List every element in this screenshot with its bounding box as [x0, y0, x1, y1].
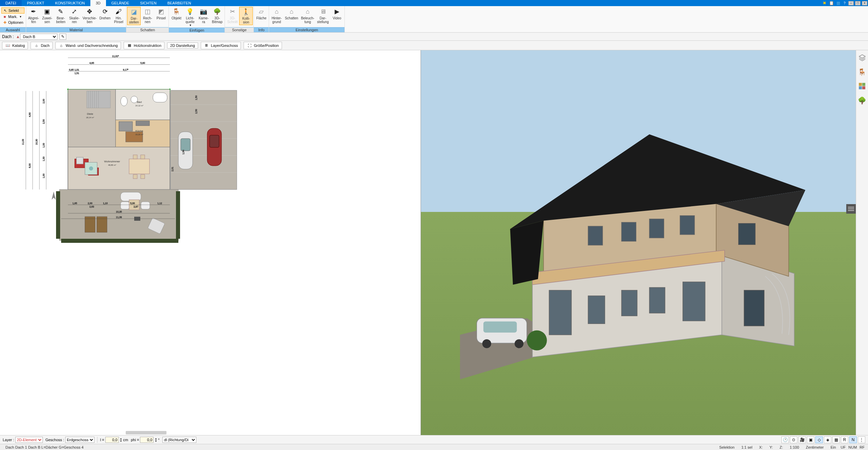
svg-rect-126 — [859, 83, 862, 86]
close-button[interactable]: × — [862, 1, 867, 5]
panel-pull-handle[interactable] — [846, 204, 856, 214]
furniture-tool[interactable]: 🪑 — [858, 68, 866, 76]
phi-down[interactable]: ▼ — [155, 440, 157, 442]
svg-point-105 — [515, 339, 524, 348]
hinpinsel-button[interactable]: 🖌Hin. Pinsel — [112, 7, 125, 24]
bulb-icon: 💡 — [186, 7, 194, 16]
clipboard-icon[interactable]: 📋 — [829, 0, 834, 6]
l-down[interactable]: ▼ — [120, 440, 122, 442]
palette-tool[interactable] — [858, 82, 866, 90]
chevron-down-icon: ▼ — [189, 24, 192, 27]
minimize-button[interactable]: – — [848, 1, 854, 5]
svg-text:1,10: 1,10 — [103, 202, 108, 204]
brush2-icon: ◩ — [157, 7, 165, 16]
view-3d-pane[interactable]: 🪑 🌳 — [421, 50, 868, 435]
mode-select[interactable]: dl (Richtung/Di — [162, 437, 196, 443]
layergeschoss-button[interactable]: ≣Layer/Geschoss — [201, 42, 241, 49]
darst2d-button[interactable]: 2D Darstellung — [167, 42, 198, 49]
shadow-icon: ⌂ — [287, 7, 296, 16]
letter-r-button[interactable]: R — [841, 436, 848, 443]
edit-pen-button[interactable]: ✎ — [59, 34, 66, 40]
select-label: Selekt — [8, 8, 19, 13]
kamera-label: Kame- ra — [199, 16, 209, 24]
beleuchtung-button[interactable]: ⌂Beleuch- tung — [300, 7, 316, 24]
katalog-button[interactable]: 📖Katalog — [2, 42, 28, 49]
schatten2-button[interactable]: ⌂Schatten — [283, 7, 299, 21]
landscape-tool[interactable]: 🌳 — [858, 96, 866, 105]
tool-icon[interactable]: ✖ — [822, 0, 827, 6]
abgreifen-button[interactable]: ✒Abgrei- fen — [27, 7, 40, 24]
divider-button[interactable]: ⋮ — [858, 436, 865, 443]
dach-button[interactable]: ⌂Dach — [31, 42, 53, 49]
l-input[interactable] — [105, 437, 119, 443]
objekt-button[interactable]: 🪑Objekt — [170, 7, 183, 21]
drehen-button[interactable]: ⟳Drehen — [98, 7, 112, 21]
geschoss-select[interactable]: Erdgeschoss — [65, 437, 94, 443]
layer-select[interactable]: 2D-Element — [15, 437, 43, 443]
help-icon[interactable]: ? — [842, 1, 847, 5]
bearbeiten-button[interactable]: ✎Bear- beiten — [54, 7, 68, 24]
plan-2d-pane[interactable]: 11,01⁵ 4,65 5,60 0,85 1,01 9,17⁵ 1,51 11… — [0, 50, 421, 435]
kollision-button[interactable]: 🚶Kolli- sion — [239, 7, 253, 25]
letter-n-button[interactable]: N — [849, 436, 857, 443]
view3d-canvas[interactable] — [421, 50, 856, 435]
windows-icon-button[interactable]: ▣ — [807, 436, 814, 443]
groessepos-label: Größe/Position — [254, 43, 279, 48]
phi-up[interactable]: ▲ — [155, 437, 157, 440]
zuweisen-button[interactable]: ▣Zuwei- sen — [40, 7, 54, 24]
svg-text:10,35: 10,35 — [116, 211, 122, 213]
maximize-button[interactable]: □ — [855, 1, 861, 5]
object-selector-bar: Dach : ▲ Dach B ✎ — [0, 33, 868, 41]
diamond2-button[interactable]: ◈ — [824, 436, 831, 443]
l-up[interactable]: ▲ — [120, 437, 122, 440]
clock-icon-button[interactable]: 🕐 — [781, 436, 789, 443]
select-button[interactable]: ↖Selekt — [1, 7, 24, 14]
rechnen-button[interactable]: ◫Rech- nen — [141, 7, 154, 24]
options-button[interactable]: ✚Optionen — [1, 20, 24, 25]
dach-dropdown[interactable]: Dach B — [20, 34, 57, 40]
pinsel-button[interactable]: ◩Pinsel — [154, 7, 168, 21]
grid-icon[interactable]: ▦ — [835, 0, 841, 6]
darstellung-button[interactable]: 🖥Dar- stellung — [316, 7, 330, 24]
tab-projekt[interactable]: PROJEKT — [22, 0, 50, 6]
wanddach-button[interactable]: ⌂Wand- und Dachverschneidung — [55, 42, 121, 49]
flaeche-button[interactable]: ▱Fläche — [254, 7, 268, 21]
light-icon: ⌂ — [304, 7, 312, 16]
area-icon: ▱ — [257, 7, 265, 16]
h-scrollbar[interactable] — [126, 431, 166, 434]
click-icon-button[interactable]: ⊙ — [790, 436, 797, 443]
ortho-icon-button[interactable]: ◇ — [815, 436, 823, 443]
hintergrund-button[interactable]: ⌂Hinter- grund — [270, 7, 283, 24]
tab-gelaende[interactable]: GELÄNDE — [106, 0, 135, 6]
layers-tool[interactable] — [858, 54, 866, 62]
groessepos-button[interactable]: ⛶Größe/Position — [244, 42, 282, 49]
svg-point-38 — [121, 96, 127, 106]
verschieben-button[interactable]: ✥Verschie- ben — [81, 7, 98, 24]
svg-rect-40 — [153, 93, 167, 102]
bitmap3d-button[interactable]: 🌳3D- Bitmap — [210, 7, 224, 24]
texture-button[interactable]: ▦ — [832, 436, 840, 443]
tab-konstruktion[interactable]: KONSTRUKTION — [50, 0, 90, 6]
floorplan-svg: 11,01⁵ 4,65 5,60 0,85 1,01 9,17⁵ 1,51 11… — [3, 54, 241, 251]
tab-3d[interactable]: 3D — [90, 0, 106, 6]
kamera-button[interactable]: 📷Kame- ra — [197, 7, 210, 24]
video-button[interactable]: ▶Video — [330, 7, 344, 21]
tab-sichten[interactable]: SICHTEN — [135, 0, 162, 6]
skalieren-button[interactable]: ⤢Skalie- ren — [68, 7, 81, 24]
svg-text:2,00: 2,00 — [88, 202, 92, 204]
group-label-material: Material — [26, 27, 126, 32]
camera-icon-button[interactable]: 🎥 — [798, 436, 806, 443]
tab-datei[interactable]: DATEI — [0, 0, 22, 6]
darstellen-button[interactable]: ◪Dar- stellen — [127, 7, 141, 25]
svg-text:14,12 m²: 14,12 m² — [135, 105, 143, 107]
phi-input[interactable] — [140, 437, 154, 443]
camera-icon: 📷 — [199, 7, 208, 16]
schnitt3d-button[interactable]: ✂3D- Schnitt — [226, 7, 239, 24]
plan-canvas[interactable]: 11,01⁵ 4,65 5,60 0,85 1,01 9,17⁵ 1,51 11… — [0, 50, 421, 435]
svg-rect-118 — [739, 223, 755, 245]
holz-button[interactable]: ▦Holzkonstruktion — [124, 42, 164, 49]
tab-bearbeiten[interactable]: BEARBEITEN — [162, 0, 197, 6]
mark-button[interactable]: ■Mark.▼ — [1, 14, 24, 19]
lichtquelle-button[interactable]: 💡Licht- quelle▼ — [183, 7, 197, 28]
brush-icon: 🖌 — [114, 7, 123, 16]
